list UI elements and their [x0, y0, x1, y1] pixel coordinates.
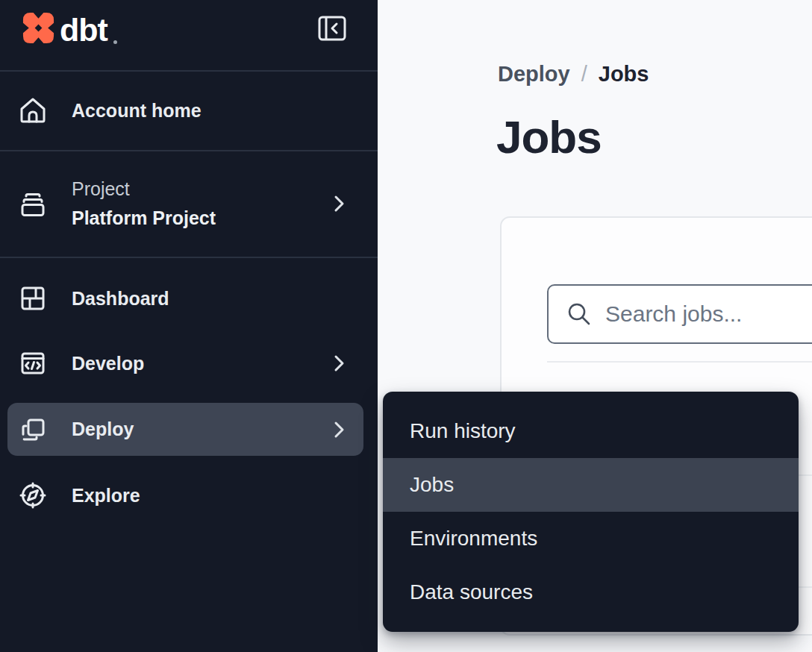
search-jobs-input[interactable] [605, 301, 812, 327]
menu-item-environments[interactable]: Environments [383, 512, 799, 565]
sidebar-item-label: Explore [72, 485, 140, 507]
dashboard-icon [18, 283, 48, 313]
project-text: Project Platform Project [72, 175, 216, 233]
menu-item-jobs[interactable]: Jobs [383, 458, 799, 512]
sidebar-item-explore[interactable]: Explore [0, 463, 378, 528]
develop-code-window-icon [18, 348, 48, 378]
sidebar-logo-row: dbt [0, 0, 378, 70]
collapse-sidebar-button[interactable] [318, 16, 346, 41]
card-divider [547, 361, 812, 363]
sidebar-item-label: Develop [72, 353, 144, 374]
app-window: dbt Account home [0, 0, 812, 652]
search-icon [566, 301, 592, 327]
project-name: Platform Project [72, 204, 216, 233]
deploy-squares-icon [18, 415, 48, 445]
deploy-submenu: Run history Jobs Environments Data sourc… [383, 392, 799, 632]
sidebar-item-account-home[interactable]: Account home [0, 71, 378, 150]
sidebar-item-develop[interactable]: Develop [0, 330, 378, 396]
menu-item-data-sources[interactable]: Data sources [383, 565, 799, 619]
sidebar-divider [0, 257, 378, 258]
search-jobs-field[interactable] [547, 284, 812, 344]
collapse-sidebar-icon [318, 16, 346, 41]
project-label: Project [72, 175, 216, 204]
sidebar-item-label: Deploy [72, 419, 134, 440]
sidebar-item-label: Dashboard [72, 288, 169, 310]
sidebar-item-project[interactable]: Project Platform Project [0, 151, 378, 257]
breadcrumb: Deploy / Jobs [498, 62, 649, 87]
sidebar-item-dashboard[interactable]: Dashboard [0, 266, 378, 331]
sidebar-item-label: Account home [72, 100, 202, 122]
sidebar-item-deploy[interactable]: Deploy [7, 403, 363, 456]
dbt-wordmark: dbt [60, 12, 107, 48]
logo-trademark-dot [113, 40, 117, 44]
page-title: Jobs [496, 110, 602, 163]
chevron-right-icon [334, 354, 346, 373]
breadcrumb-deploy-link[interactable]: Deploy [498, 62, 570, 87]
breadcrumb-separator: / [581, 62, 587, 87]
chevron-right-icon [334, 420, 346, 439]
sidebar: dbt Account home [0, 0, 378, 652]
home-icon [18, 95, 48, 125]
breadcrumb-current: Jobs [599, 62, 649, 87]
explore-compass-icon [18, 480, 48, 510]
chevron-right-icon [334, 194, 346, 213]
project-stack-icon [18, 189, 48, 219]
dbt-logo-icon [21, 10, 56, 46]
menu-item-run-history[interactable]: Run history [383, 404, 799, 458]
